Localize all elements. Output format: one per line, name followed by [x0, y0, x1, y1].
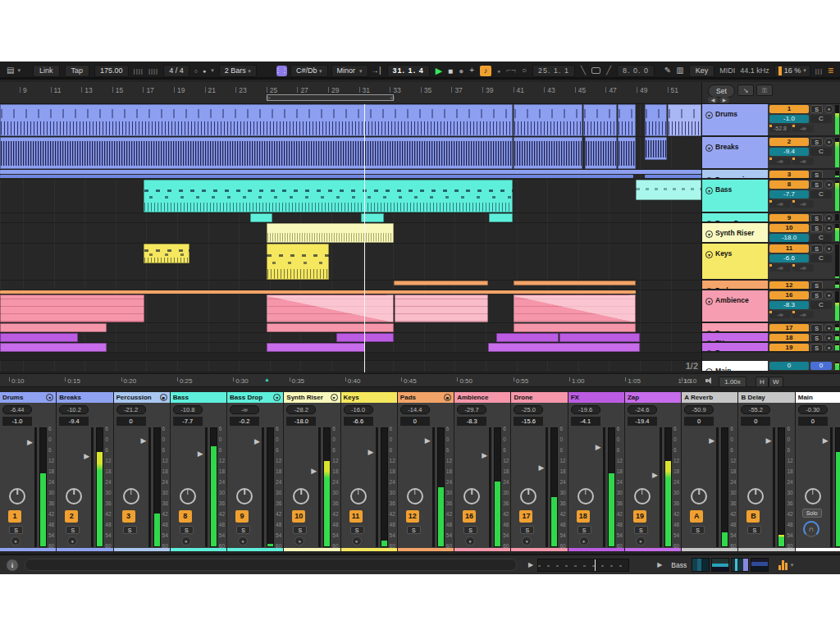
track-number-button[interactable]: 1: [8, 510, 21, 523]
track-lane-drums[interactable]: [0, 104, 701, 137]
solo-button[interactable]: S: [810, 105, 823, 113]
peak-level-field[interactable]: -∞: [230, 405, 259, 414]
send-a-field[interactable]: -∞: [769, 264, 791, 272]
track-pan-field[interactable]: C: [810, 148, 832, 156]
zoom-width-button[interactable]: W: [769, 377, 783, 388]
send-b-field[interactable]: -∞: [792, 200, 814, 208]
track-number-button[interactable]: 8: [179, 510, 192, 523]
loop-brace[interactable]: [267, 94, 394, 101]
clip-mini-overview[interactable]: [537, 559, 629, 572]
fader-value-field[interactable]: -0.2: [230, 417, 259, 426]
track-number-button[interactable]: B: [746, 510, 760, 523]
volume-fader-track[interactable]: [376, 427, 378, 547]
arrangement-clip[interactable]: [559, 333, 640, 342]
lock-envelopes-icon[interactable]: ⚿: [756, 84, 773, 96]
volume-fader-handle[interactable]: ▶: [84, 454, 89, 459]
pan-knob[interactable]: [634, 488, 651, 504]
track-number-button[interactable]: 12: [406, 510, 419, 523]
solo-button[interactable]: S: [123, 526, 137, 534]
volume-fader-track[interactable]: [91, 427, 94, 547]
arm-button[interactable]: ●: [522, 536, 532, 546]
pan-knob[interactable]: [180, 488, 196, 504]
arrangement-position-field[interactable]: 31. 1. 4: [387, 65, 430, 77]
fader-value-field[interactable]: -7.7: [173, 417, 203, 426]
device-thumbnail[interactable]: [751, 558, 769, 572]
play-button[interactable]: ▶: [436, 66, 442, 76]
arrangement-clip[interactable]: [514, 294, 636, 322]
solo-button[interactable]: S: [810, 171, 823, 179]
fader-value-field[interactable]: -19.4: [628, 417, 657, 426]
pan-knob[interactable]: [407, 488, 423, 504]
pan-knob[interactable]: [9, 488, 25, 504]
arrangement-clip[interactable]: [0, 290, 636, 294]
re-enable-automation-icon[interactable]: ⌐¬: [506, 66, 516, 75]
chevron-down-icon[interactable]: ▾: [705, 231, 713, 238]
chevron-down-icon[interactable]: ▾: [46, 394, 53, 401]
arrangement-clip[interactable]: [267, 223, 394, 243]
arrangement-area[interactable]: 1/2: [0, 104, 701, 372]
track-number-button[interactable]: 16: [463, 510, 476, 523]
chevron-down-icon[interactable]: ▾: [705, 340, 713, 341]
mixer-track-tab[interactable]: Ambience: [454, 392, 510, 403]
volume-fader-track[interactable]: [262, 427, 264, 547]
peak-level-field[interactable]: -25.0: [514, 405, 543, 414]
peak-level-field[interactable]: -28.2: [286, 405, 316, 414]
track-header-breaks[interactable]: ▾Breaks2S●-9.4C-∞-∞: [702, 137, 840, 170]
arrangement-clip[interactable]: [668, 104, 701, 136]
fader-value-field[interactable]: 0: [798, 417, 828, 426]
volume-fader-handle[interactable]: ▶: [368, 450, 374, 454]
tempo-field[interactable]: 175.00: [94, 65, 129, 77]
track-pan-field[interactable]: C: [810, 234, 832, 242]
arm-button[interactable]: ●: [824, 138, 833, 146]
arm-button[interactable]: ●: [824, 180, 833, 189]
volume-fader-track[interactable]: [489, 427, 491, 547]
window-icon[interactable]: ▤: [7, 66, 14, 75]
track-header-ambience[interactable]: ▾Ambience16S●-8.3C-∞-∞: [702, 290, 840, 323]
zoom-level-field[interactable]: 1.00x: [719, 377, 746, 388]
punch-out-icon[interactable]: ╱: [606, 66, 611, 75]
pan-knob[interactable]: [520, 488, 536, 504]
track-lane-keys[interactable]: [0, 244, 701, 281]
track-name-area[interactable]: ■Pads: [702, 281, 768, 289]
track-name-area[interactable]: ▾Main: [702, 361, 768, 371]
peak-level-field[interactable]: -6.44: [2, 405, 32, 414]
arrangement-clip[interactable]: [585, 137, 617, 169]
track-number-button[interactable]: 11: [769, 244, 809, 253]
punch-in-icon[interactable]: ╲: [581, 66, 586, 75]
chevron-down-icon[interactable]: ▾: [705, 187, 713, 194]
track-header-main[interactable]: ▾Main00: [702, 361, 840, 372]
track-header-bass[interactable]: ▾Bass8S●-7.7C-∞-∞: [702, 180, 840, 213]
peak-level-field[interactable]: -24.6: [628, 405, 657, 414]
volume-fader-track[interactable]: [318, 427, 321, 547]
solo-button[interactable]: S: [810, 291, 823, 299]
mixer-track-tab[interactable]: Keys: [341, 392, 397, 403]
track-name-area[interactable]: ▾Synth Riser: [702, 223, 768, 242]
mixer-track-tab[interactable]: Breaks: [57, 392, 112, 403]
volume-fader-track[interactable]: [546, 427, 548, 547]
peak-level-field[interactable]: -21.2: [116, 405, 146, 414]
arrangement-clip[interactable]: [0, 104, 513, 136]
clip-play-icon[interactable]: ▶: [528, 561, 533, 568]
volume-fader-track[interactable]: [716, 427, 719, 547]
track-lane-bass[interactable]: [0, 180, 701, 213]
scale-name-menu[interactable]: Minor ▾: [331, 65, 368, 77]
volume-fader-handle[interactable]: ▶: [823, 438, 829, 443]
track-number-button[interactable]: 3: [769, 171, 809, 179]
arrangement-clip[interactable]: [514, 281, 636, 285]
volume-fader-handle[interactable]: ▶: [198, 451, 203, 456]
cue-volume-knob[interactable]: ∩: [803, 521, 819, 537]
volume-fader-track[interactable]: [660, 427, 662, 547]
track-lane-pads[interactable]: [0, 281, 701, 290]
arrangement-clip[interactable]: [488, 343, 640, 352]
arm-button[interactable]: ●: [294, 536, 304, 546]
track-number-button[interactable]: 16: [769, 291, 809, 299]
track-pan-field[interactable]: C: [810, 190, 832, 199]
fader-value-field[interactable]: -18.0: [286, 417, 316, 426]
track-name-area[interactable]: ▾Bass Drop: [702, 213, 768, 221]
track-pan-field[interactable]: C: [810, 301, 832, 309]
add-locator-icon[interactable]: +: [469, 66, 474, 75]
track-lane-breaks[interactable]: [0, 137, 701, 170]
arrangement-clip[interactable]: [636, 180, 701, 200]
volume-fader-handle[interactable]: ▶: [311, 468, 317, 473]
pan-knob[interactable]: [691, 488, 707, 504]
